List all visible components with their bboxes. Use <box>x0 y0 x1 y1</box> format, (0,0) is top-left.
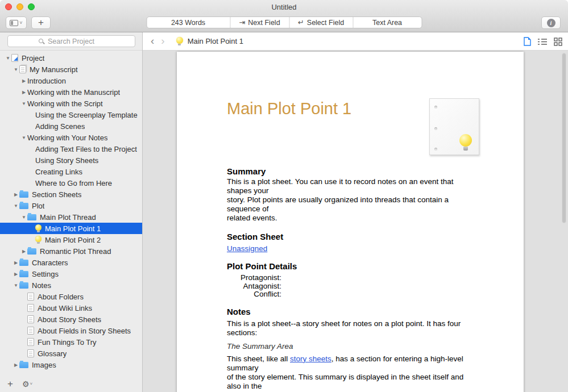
storyboard-view-button[interactable] <box>554 37 562 46</box>
inline-link[interactable]: story sheets <box>290 355 331 363</box>
folder-icon <box>19 271 28 277</box>
sidebar-item-about-fields-in-story-sheets[interactable]: About Fields in Story Sheets <box>0 325 142 336</box>
add-item-button[interactable]: + <box>7 378 13 390</box>
sidebar-item-label: About Fields in Story Sheets <box>38 327 131 335</box>
minimize-window-button[interactable] <box>16 3 23 10</box>
disclosure-triangle-icon[interactable]: ▼ <box>13 67 19 72</box>
zoom-window-button[interactable] <box>28 3 35 10</box>
sidebar-item-label: About Wiki Links <box>38 304 92 312</box>
sidebar-item-fun-things-to-try[interactable]: Fun Things To Try <box>0 336 142 348</box>
notes-heading: Notes <box>227 307 474 316</box>
word-count-label: 243 Words <box>171 19 205 27</box>
sidebar-item-label: Glossary <box>38 349 67 358</box>
word-count-segment[interactable]: 243 Words <box>147 17 230 28</box>
disclosure-triangle-icon[interactable]: ▶ <box>13 260 19 265</box>
sidebar-item-adding-scenes[interactable]: Adding Scenes <box>0 120 142 132</box>
sidebar-item-label: Notes <box>32 281 51 290</box>
sidebar-item-working-with-the-manuscript[interactable]: ▶Working with the Manuscript <box>0 86 142 98</box>
sidebar-item-my-manuscript[interactable]: ▼My Manuscript <box>0 64 142 75</box>
gear-icon: ⚙ <box>22 380 30 389</box>
disclosure-triangle-icon[interactable]: ▶ <box>13 272 19 277</box>
disclosure-triangle-icon[interactable]: ▼ <box>20 135 27 140</box>
sidebar-item-label: Using the Screenplay Template <box>35 111 138 119</box>
sidebar-item-adding-text-files-to-the-project[interactable]: Adding Text Files to the Project <box>0 143 142 155</box>
search-input[interactable] <box>7 35 135 47</box>
sidebar-item-using-the-screenplay-template[interactable]: Using the Screenplay Template <box>0 109 142 120</box>
sidebar-item-romantic-plot-thread[interactable]: ▶Romantic Plot Thread <box>0 245 142 257</box>
view-mode-button[interactable]: ˅ <box>6 16 27 29</box>
text-file-icon <box>27 327 34 335</box>
document-path-title: Main Plot Point 1 <box>188 37 243 45</box>
sidebar-tree: ▼Project▼My Manuscript▶Introduction▶Work… <box>0 51 142 376</box>
disclosure-triangle-icon[interactable]: ▼ <box>20 101 27 106</box>
close-window-button[interactable] <box>5 3 12 10</box>
sidebar-item-glossary[interactable]: Glossary <box>0 348 142 359</box>
sidebar-item-settings[interactable]: ▶Settings <box>0 268 142 280</box>
document-viewport: Main Plot Point 1 Summary This is a plot… <box>143 51 568 392</box>
sidebar-item-images[interactable]: ▶Images <box>0 359 142 370</box>
sidebar-item-label: About Folders <box>38 293 84 301</box>
sidebar-item-project[interactable]: ▼Project <box>0 52 142 64</box>
summary-area-paragraph: This sheet, like all story sheets, has a… <box>227 355 474 392</box>
view-switcher <box>524 32 562 51</box>
action-menu-button[interactable]: ⚙˅ <box>22 380 32 389</box>
select-field-segment[interactable]: ↵ Select Field <box>289 17 353 28</box>
disclosure-triangle-icon[interactable]: ▶ <box>13 192 19 197</box>
text-file-icon <box>27 293 34 301</box>
next-field-segment[interactable]: ⇥ Next Field <box>230 17 289 28</box>
sidebar-item-about-story-sheets[interactable]: About Story Sheets <box>0 314 142 325</box>
manuscript-icon <box>19 65 26 73</box>
sidebar-item-label: Images <box>32 361 56 369</box>
outline-view-button[interactable] <box>538 37 547 45</box>
back-button[interactable]: ‹ <box>147 35 157 46</box>
sidebar-item-about-wiki-links[interactable]: About Wiki Links <box>0 302 142 314</box>
unassigned-link[interactable]: Unassigned <box>227 244 267 253</box>
disclosure-triangle-icon[interactable]: ▶ <box>13 362 19 368</box>
sidebar-item-about-folders[interactable]: About Folders <box>0 291 142 302</box>
sidebar-item-main-plot-thread[interactable]: ▼Main Plot Thread <box>0 211 142 223</box>
disclosure-triangle-icon[interactable]: ▶ <box>20 90 27 95</box>
folder-icon <box>19 203 28 209</box>
folder-icon <box>19 260 28 266</box>
project-icon <box>11 54 18 62</box>
sidebar-item-where-to-go-from-here[interactable]: Where to Go from Here <box>0 177 142 189</box>
disclosure-triangle-icon[interactable]: ▼ <box>13 203 19 208</box>
sidebar-item-introduction[interactable]: ▶Introduction <box>0 75 142 86</box>
sidebar-item-main-plot-point-2[interactable]: Main Plot Point 2 <box>0 234 142 245</box>
sidebar-item-creating-links[interactable]: Creating Links <box>0 166 142 177</box>
disclosure-triangle-icon[interactable]: ▼ <box>5 56 11 61</box>
paragraph-text: This sheet, like all <box>227 355 290 363</box>
app-window: Untitled ˅ + 243 Words ⇥ Next Field ↵ <box>0 0 568 392</box>
sidebar-item-label: Characters <box>32 258 68 267</box>
disclosure-triangle-icon[interactable]: ▼ <box>20 215 27 220</box>
page-view-button[interactable] <box>524 37 531 46</box>
sidebar-item-notes[interactable]: ▼Notes <box>0 280 142 291</box>
plot-point-details-heading: Plot Point Details <box>227 261 474 271</box>
disclosure-triangle-icon[interactable]: ▶ <box>20 249 27 254</box>
select-field-label: Select Field <box>307 19 344 27</box>
document-page[interactable]: Main Plot Point 1 Summary This is a plot… <box>177 52 524 392</box>
forward-button[interactable]: › <box>157 35 168 46</box>
disclosure-triangle-icon[interactable]: ▼ <box>13 283 19 288</box>
info-icon: i <box>547 19 555 27</box>
sidebar-item-characters[interactable]: ▶Characters <box>0 257 142 268</box>
disclosure-triangle-icon[interactable]: ▶ <box>20 78 27 84</box>
add-button[interactable]: + <box>31 16 51 29</box>
sidebar-item-label: Working with the Manuscript <box>27 88 120 97</box>
sidebar-item-using-story-sheets[interactable]: Using Story Sheets <box>0 155 142 166</box>
plot-point-fields: Protagonist: Antagonist: Conflict: <box>227 274 281 299</box>
text-file-icon <box>27 338 34 346</box>
sidebar-item-section-sheets[interactable]: ▶Section Sheets <box>0 189 142 200</box>
notes-intro-paragraph: This is a plot sheet--a story sheet for … <box>227 319 474 337</box>
inspector-info-button[interactable]: i <box>541 16 561 29</box>
sidebar-item-plot[interactable]: ▼Plot <box>0 200 142 211</box>
traffic-lights <box>5 3 35 10</box>
vertical-scrollbar[interactable] <box>562 53 566 223</box>
path-bar: ‹ › Main Plot Point 1 <box>143 32 568 51</box>
sidebar-item-label: Introduction <box>27 77 66 85</box>
text-area-segment[interactable]: Text Area <box>353 17 421 28</box>
sidebar-item-working-with-your-notes[interactable]: ▼Working with Your Notes <box>0 132 142 143</box>
return-arrow-icon: ↵ <box>298 18 304 27</box>
sidebar-item-main-plot-point-1[interactable]: Main Plot Point 1 <box>0 223 142 234</box>
sidebar-item-working-with-the-script[interactable]: ▼Working with the Script <box>0 98 142 109</box>
